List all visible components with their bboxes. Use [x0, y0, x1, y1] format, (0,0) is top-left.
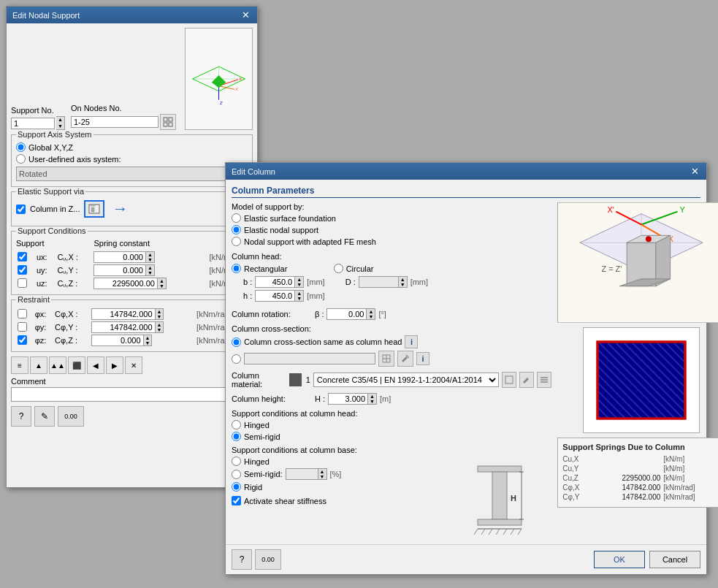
uy-up[interactable]: ▲: [146, 265, 154, 270]
oz-down[interactable]: ▼: [144, 340, 152, 345]
h-down[interactable]: ▼: [295, 296, 303, 301]
column-in-z-checkbox[interactable]: [16, 205, 26, 214]
beta-value-input[interactable]: [326, 308, 367, 320]
reset-btn[interactable]: 0.00: [58, 406, 84, 427]
h-up[interactable]: ▲: [295, 291, 303, 296]
material-list-btn[interactable]: [537, 372, 551, 388]
toolbar-btn-6[interactable]: ▶: [106, 356, 123, 374]
rotated-input[interactable]: [16, 167, 229, 181]
toolbar-btn-7[interactable]: ✕: [125, 356, 142, 374]
support-no-up[interactable]: ▲: [56, 117, 64, 123]
d-unit: [mm]: [410, 278, 428, 286]
hcol-down[interactable]: ▼: [368, 399, 376, 404]
custom-cross-radio[interactable]: [232, 354, 241, 364]
d-up[interactable]: ▲: [399, 277, 407, 282]
column-in-z-label: Column in Z...: [30, 205, 80, 213]
material-select[interactable]: Concrete C35/45 | EN 1992-1-1:2004/A1:20…: [313, 373, 499, 387]
beta-up[interactable]: ▲: [367, 309, 375, 314]
base-semi-radio[interactable]: [232, 470, 241, 479]
user-defined-radio[interactable]: [16, 154, 26, 164]
b-up[interactable]: ▲: [295, 277, 303, 282]
svg-text:Z = Z': Z = Z': [602, 264, 622, 273]
column-edit-btn[interactable]: [84, 200, 104, 218]
toolbar-btn-2[interactable]: ▲: [30, 356, 47, 374]
uz-checkbox[interactable]: [18, 278, 27, 288]
column-help-btn[interactable]: ?: [232, 549, 252, 570]
b-value-input[interactable]: [255, 276, 295, 288]
head-semi-radio[interactable]: [232, 432, 241, 441]
svg-text:X': X': [235, 87, 239, 91]
material-pick-btn[interactable]: [502, 372, 516, 388]
d-down[interactable]: ▼: [399, 282, 407, 287]
oy-checkbox[interactable]: [18, 322, 27, 332]
cu-x-spring-row: Cu,X [kN/m]: [562, 455, 718, 463]
cross-sec-edit-btn[interactable]: [397, 351, 413, 367]
oz-value-input[interactable]: [91, 335, 144, 346]
ux-up[interactable]: ▲: [146, 252, 154, 257]
ox-checkbox[interactable]: [18, 309, 27, 318]
on-nodes-input[interactable]: [71, 116, 159, 128]
cancel-button[interactable]: Cancel: [649, 551, 700, 568]
cross-sec-pick-btn[interactable]: [378, 351, 394, 367]
column-dialog-close[interactable]: ✕: [690, 166, 700, 177]
b-down[interactable]: ▼: [295, 282, 303, 287]
h-col-value-input[interactable]: [328, 393, 368, 405]
uy-value-input[interactable]: [93, 264, 146, 276]
ok-button[interactable]: OK: [594, 551, 645, 568]
beta-down[interactable]: ▼: [367, 314, 375, 319]
base-semi-down[interactable]: ▼: [318, 474, 326, 479]
same-as-head-radio[interactable]: [232, 337, 241, 347]
comment-input[interactable]: [11, 387, 253, 402]
oy-down[interactable]: ▼: [156, 327, 164, 332]
edit-icon-btn[interactable]: ✎: [34, 406, 55, 427]
oz-checkbox[interactable]: [18, 335, 27, 345]
nodes-select-btn[interactable]: [160, 114, 176, 130]
support-no-input[interactable]: [11, 118, 55, 129]
uz-value-input[interactable]: [93, 278, 158, 289]
uy-checkbox[interactable]: [18, 265, 27, 275]
ux-checkbox[interactable]: [18, 252, 27, 261]
ux-value-input[interactable]: [93, 251, 146, 263]
toolbar-btn-5[interactable]: ◀: [87, 356, 104, 374]
uz-up[interactable]: ▲: [158, 278, 166, 283]
column-reset-btn[interactable]: 0.00: [255, 549, 281, 570]
material-edit-btn[interactable]: [519, 372, 534, 388]
hcol-up[interactable]: ▲: [368, 394, 376, 399]
toolbar-btn-4[interactable]: ⬛: [68, 356, 85, 374]
nodal-dialog-close[interactable]: ✕: [240, 9, 251, 20]
base-semi-up[interactable]: ▲: [318, 469, 326, 474]
support-no-down[interactable]: ▼: [56, 123, 64, 129]
svg-rect-19: [91, 205, 95, 206]
uy-down[interactable]: ▼: [146, 270, 154, 275]
help-btn[interactable]: ?: [11, 406, 31, 427]
shear-stiffness-checkbox[interactable]: [232, 496, 241, 505]
ox-value-input[interactable]: [91, 308, 156, 320]
head-hinged-radio[interactable]: [232, 420, 241, 429]
base-rigid-label: Rigid: [244, 483, 262, 492]
base-hinged-radio[interactable]: [232, 457, 241, 466]
uz-down[interactable]: ▼: [158, 283, 166, 289]
beta-unit: [°]: [378, 310, 386, 318]
base-semi-input[interactable]: [286, 468, 318, 480]
global-xyz-radio[interactable]: [16, 142, 26, 152]
h-value-input[interactable]: [255, 290, 295, 302]
support-no-label: Support No.: [11, 106, 65, 115]
oy-up[interactable]: ▲: [156, 322, 164, 327]
cross-sec-info2-btn[interactable]: i: [416, 352, 429, 365]
ox-down[interactable]: ▼: [156, 314, 164, 319]
ux-down[interactable]: ▼: [146, 257, 154, 262]
oz-up[interactable]: ▲: [144, 335, 152, 340]
oy-value-input[interactable]: [91, 321, 156, 333]
elastic-nodal-radio[interactable]: [232, 225, 241, 234]
toolbar-btn-1[interactable]: ≡: [11, 356, 28, 374]
d-value-input[interactable]: [359, 276, 399, 288]
nodal-adapted-radio[interactable]: [232, 237, 241, 246]
elastic-surface-radio[interactable]: [232, 213, 241, 223]
toolbar-btn-3[interactable]: ▲▲: [49, 356, 66, 374]
base-rigid-radio[interactable]: [232, 482, 241, 492]
rectangular-radio[interactable]: [232, 264, 241, 273]
ox-up[interactable]: ▲: [156, 309, 164, 314]
cross-sec-input[interactable]: [244, 353, 375, 364]
cross-sec-info-btn[interactable]: i: [405, 335, 418, 348]
circular-radio[interactable]: [334, 264, 343, 273]
